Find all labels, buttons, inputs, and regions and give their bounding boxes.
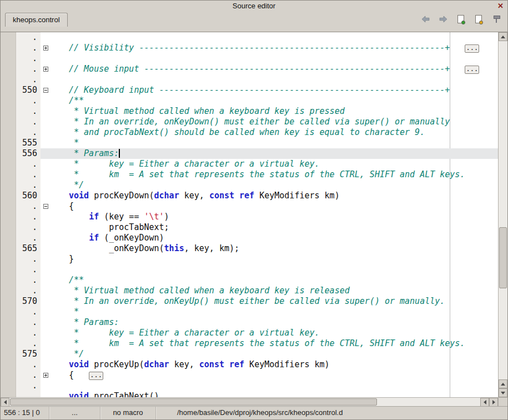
code-line[interactable]: . */ xyxy=(16,180,498,191)
horizontal-scroll-track[interactable] xyxy=(9,398,480,406)
vertical-scroll-thumb[interactable] xyxy=(499,227,507,288)
document-yellow-button[interactable] xyxy=(473,14,484,24)
code-line[interactable]: . * key = Either a character or a virtua… xyxy=(16,159,498,169)
horizontal-scroll-row xyxy=(1,397,507,406)
code-text: * key = Either a character or a virtual … xyxy=(52,159,320,169)
scroll-down-button[interactable] xyxy=(499,388,507,397)
code-line[interactable]: .} xyxy=(16,254,498,264)
code-line[interactable]: . xyxy=(16,74,498,85)
fold-collapse-icon[interactable] xyxy=(43,88,48,93)
code-line[interactable]: ./** xyxy=(16,275,498,286)
forward-arrow-icon xyxy=(439,16,448,23)
code-line[interactable]: . * Virtual method called when a keyboar… xyxy=(16,286,498,296)
close-icon[interactable]: ✕ xyxy=(497,1,504,12)
line-number: . xyxy=(16,180,41,191)
scroll-up-secondary-button[interactable] xyxy=(499,379,507,388)
code-line[interactable]: . * Params: xyxy=(16,317,498,328)
horizontal-scrollbar[interactable] xyxy=(1,397,498,406)
document-green-button[interactable] xyxy=(455,14,466,24)
code-line[interactable]: . xyxy=(16,53,498,64)
title-bar: Source editor ✕ xyxy=(1,1,507,12)
code-line[interactable]: . xyxy=(16,264,498,275)
code-line[interactable]: . procTabNext; xyxy=(16,222,498,233)
vertical-scrollbar[interactable] xyxy=(498,32,507,397)
code-text: * In an override, onKeyUp() must either … xyxy=(52,296,445,307)
go-back-button[interactable] xyxy=(420,14,431,24)
collapsed-fold-ellipsis[interactable]: ... xyxy=(465,66,479,74)
horizontal-scroll-thumb[interactable] xyxy=(10,398,377,406)
code-line[interactable]: . * km = A set that represents the statu… xyxy=(16,169,498,180)
code-line[interactable]: ./** xyxy=(16,96,498,106)
line-number: 560 xyxy=(16,191,41,201)
code-line[interactable]: . if (key == '\t') xyxy=(16,212,498,222)
code-text: void procTabNext() xyxy=(52,391,159,397)
fold-collapse-icon[interactable] xyxy=(43,204,48,209)
code-text: * and procTabNext() should be called whe… xyxy=(52,127,425,138)
go-forward-button[interactable] xyxy=(437,14,449,24)
code-line[interactable]: 570 * In an override, onKeyUp() must eit… xyxy=(16,296,498,307)
code-text: */ xyxy=(52,349,84,359)
source-editor-window: Source editor ✕ kheops.control xyxy=(0,0,508,420)
document-green-icon xyxy=(457,15,464,23)
fold-margin xyxy=(41,85,52,96)
code-lines-container: ..// Visibility ------------------------… xyxy=(16,32,498,397)
code-editor[interactable]: ..// Visibility ------------------------… xyxy=(16,32,498,397)
line-number: 570 xyxy=(16,296,41,307)
down-arrow-icon xyxy=(501,392,505,394)
code-line[interactable]: . xyxy=(16,381,498,391)
scroll-up-button[interactable] xyxy=(499,32,507,41)
code-text: * Virtual method called when a keyboard … xyxy=(52,106,345,117)
vertical-scroll-track[interactable] xyxy=(499,41,507,379)
code-text: * xyxy=(52,138,79,148)
code-line[interactable]: .// Mouse input ------------------------… xyxy=(16,64,498,74)
code-line[interactable]: . if (_onKeyDown) xyxy=(16,233,498,243)
code-line[interactable]: 575 */ xyxy=(16,349,498,359)
line-number: . xyxy=(16,64,41,74)
fold-margin xyxy=(41,254,52,264)
green-badge xyxy=(461,21,465,24)
code-line[interactable]: 565 _onKeyDown(this, key, km); xyxy=(16,243,498,254)
code-line[interactable]: .void procKeyUp(dchar key, const ref Key… xyxy=(16,359,498,370)
fold-margin xyxy=(41,191,52,201)
fold-margin xyxy=(41,180,52,191)
fold-expand-icon[interactable] xyxy=(43,46,48,51)
code-line[interactable]: . * key = Either a character or a virtua… xyxy=(16,328,498,338)
tab-bar: kheops.control xyxy=(1,12,507,27)
line-number: . xyxy=(16,222,41,233)
fold-expand-icon[interactable] xyxy=(43,373,48,378)
code-line[interactable]: 555 * xyxy=(16,138,498,148)
scroll-left-button[interactable] xyxy=(1,398,9,407)
code-line[interactable]: 550// Keyboard input -------------------… xyxy=(16,85,498,96)
code-line[interactable]: .{ xyxy=(16,201,498,212)
code-line[interactable]: . * and procTabNext() should be called w… xyxy=(16,127,498,138)
fold-expand-icon[interactable] xyxy=(43,67,48,72)
line-number: . xyxy=(16,286,41,296)
fold-margin xyxy=(41,43,52,53)
collapsed-fold-ellipsis[interactable]: ... xyxy=(465,44,479,53)
code-line[interactable]: . * In an override, onKeyDown() must eit… xyxy=(16,117,498,127)
line-number: . xyxy=(16,370,41,381)
code-line[interactable]: . * Virtual method called when a keyboar… xyxy=(16,106,498,117)
line-number: . xyxy=(16,201,41,212)
code-line[interactable]: .// Visibility -------------------------… xyxy=(16,43,498,53)
detach-pin-button[interactable] xyxy=(491,14,502,24)
tab-kheops-control[interactable]: kheops.control xyxy=(5,13,68,27)
scroll-right-button[interactable] xyxy=(489,398,498,407)
code-line[interactable]: . * km = A set that represents the statu… xyxy=(16,338,498,349)
line-number: . xyxy=(16,127,41,138)
code-line-current[interactable]: 556 * Params: xyxy=(16,148,498,159)
code-text: {... xyxy=(52,370,103,381)
fold-margin xyxy=(41,212,52,222)
fold-margin xyxy=(41,370,52,381)
collapsed-fold-ellipsis[interactable]: ... xyxy=(89,372,103,380)
code-line[interactable]: 560void procKeyDown(dchar key, const ref… xyxy=(16,191,498,201)
code-line[interactable]: .void procTabNext() xyxy=(16,391,498,397)
code-line[interactable]: . xyxy=(16,32,498,43)
code-line[interactable]: .{... xyxy=(16,370,498,381)
code-line[interactable]: . * xyxy=(16,307,498,317)
code-text: /** xyxy=(52,275,84,286)
scroll-left-secondary-button[interactable] xyxy=(480,398,489,407)
line-number: . xyxy=(16,359,41,370)
line-number: . xyxy=(16,43,41,53)
fold-margin xyxy=(41,53,52,64)
